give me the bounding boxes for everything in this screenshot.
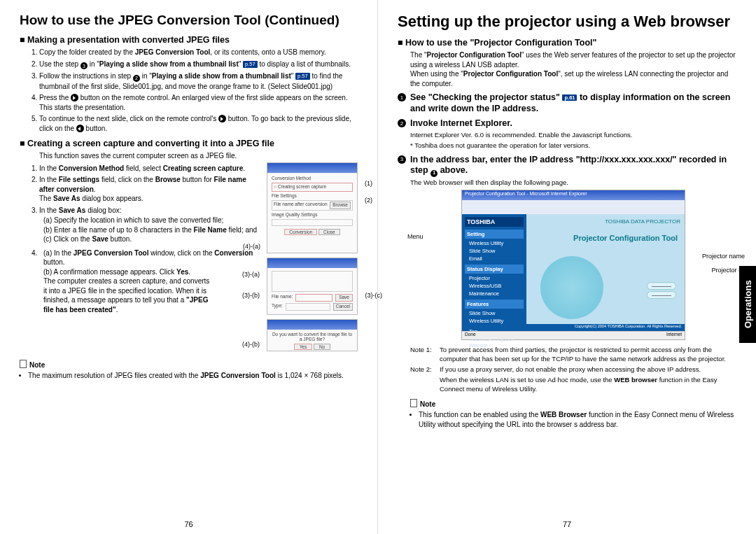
step-3-text: In the address bar, enter the IP address… [410, 155, 736, 177]
back-button-icon [76, 125, 84, 132]
step-ref-3-icon: 3 [80, 62, 88, 69]
note-heading-left: Note [20, 360, 358, 369]
page-number-76: 76 [184, 520, 192, 528]
antenna-icon [540, 256, 603, 319]
step-3-icon: 3 [398, 155, 406, 164]
screenshot-save-as: File name:Save Type:Cancel (3)-(a) (3)-(… [267, 258, 358, 351]
step-2: Use the step 3 in "Playing a slide show … [39, 59, 358, 70]
step-3: Follow the instructions in step 2 in "Pl… [39, 71, 358, 91]
step-3-sub: The Web browser will then display the fo… [410, 178, 736, 188]
play-button-icon [71, 94, 78, 101]
step-2-sub2: * Toshiba does not guarantee the operati… [410, 141, 736, 150]
page-number-77: 77 [563, 520, 571, 528]
note2-text-a: If you use a proxy server, do not enable… [440, 365, 701, 374]
side-tab-operations: Operations [739, 266, 756, 343]
step-2-text: Invoke Internet Explorer. [410, 118, 512, 129]
sec2-intro: This function saves the current computer… [39, 151, 358, 161]
note-heading-right: Note [410, 399, 736, 408]
note-left-1: The maximum resolution of JPEG files cre… [28, 371, 358, 381]
section-screen-capture: Creating a screen capture and converting… [20, 139, 358, 148]
page-ref-57b: p.57 [295, 73, 310, 80]
note2-text-b: When the wireless LAN is set to use Ad h… [440, 376, 736, 394]
note-list-right: This function can be enabled using the W… [412, 410, 736, 429]
page-title-right: Setting up the projector using a Web bro… [398, 13, 736, 31]
section-config-tool: How to use the "Projector Configuration … [398, 38, 736, 48]
next-button-icon [218, 115, 226, 122]
screenshot-jpeg-tool: Conversion Method ○ Creating screen capt… [267, 162, 358, 253]
steps-presentation: Copy the folder created by the JPEG Conv… [29, 48, 358, 133]
step-5: To continue to the next slide, click on … [39, 114, 358, 133]
screenshot-browser: Projector Configuration Tool - Microsoft… [461, 190, 685, 340]
step-1-icon: 1 [398, 93, 406, 101]
step-1-text: See "Checking the projector status" p.61… [410, 92, 736, 114]
page-ref-61: p.61 [562, 94, 577, 101]
step-ref-1-icon: 1 [430, 170, 438, 177]
page-ref-57: p.57 [243, 61, 258, 68]
note-list-left: The maximum resolution of JPEG files cre… [21, 371, 358, 381]
step-4: Press the button on the remote control. … [39, 93, 358, 112]
section-making-presentation: Making a presentation with converted JPE… [20, 35, 358, 45]
step-ref-2-icon: 2 [133, 75, 140, 82]
page-77: Setting up the projector using a Web bro… [378, 0, 756, 534]
label-menu: Menu [407, 233, 424, 240]
window-title: Projector Configuration Tool - Microsoft… [462, 190, 685, 200]
step-2-icon: 2 [398, 119, 406, 127]
logo-toshiba: TOSHIBA [465, 217, 524, 227]
label-projector-name: Projector name [702, 253, 745, 260]
step-2-sub1: Internet Explorer Ver. 6.0 is recommende… [410, 131, 736, 140]
page-76: How to use the JPEG Conversion Tool (Con… [0, 0, 378, 534]
page-title-left: How to use the JPEG Conversion Tool (Con… [20, 13, 358, 28]
step-1: Copy the folder created by the JPEG Conv… [39, 48, 358, 57]
note-right-1: This function can be enabled using the W… [419, 410, 736, 429]
